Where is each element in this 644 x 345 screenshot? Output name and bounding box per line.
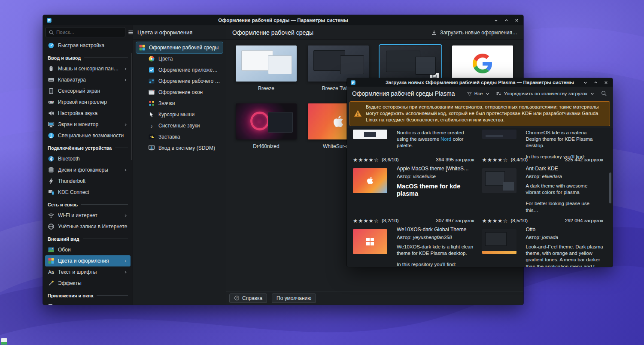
subnav-item[interactable]: Значки xyxy=(136,98,223,109)
maximize-button[interactable] xyxy=(503,17,510,24)
keyboard-icon xyxy=(48,76,55,83)
entry-description: Nordic is a dark theme created using the… xyxy=(397,130,474,149)
help-icon: ? xyxy=(234,295,240,301)
sidebar-item[interactable]: Aa Текст и шрифты xyxy=(45,266,131,278)
svg-text:?: ? xyxy=(236,297,238,300)
theme-entry[interactable]: Ant-Dark KDE Автор: eliverlara A dark th… xyxy=(482,166,604,227)
inline-link[interactable]: Nord xyxy=(440,136,451,142)
entry-description: Look-and-Feel theme. Dark plasma theme, … xyxy=(526,244,604,267)
theme-preview[interactable] xyxy=(236,45,297,82)
theme-preview[interactable] xyxy=(308,45,369,82)
subnav-header: Цвета и оформления xyxy=(133,25,226,40)
defaults-button[interactable]: По умолчанию xyxy=(272,294,316,303)
theme-card[interactable]: Breeze xyxy=(236,45,297,103)
subnav: Цвета и оформления Оформление рабочей ср… xyxy=(133,25,226,305)
sidebar-item[interactable]: Эффекты xyxy=(45,278,131,289)
subnav-item[interactable]: Цвета xyxy=(136,53,223,64)
sidebar-item[interactable]: Bluetooth xyxy=(45,153,131,164)
main-titlebar[interactable]: Оформление рабочей среды — Параметры сис… xyxy=(43,15,523,25)
theme-entry[interactable]: ChromeOS kde is a materia Design theme f… xyxy=(482,130,604,166)
entry-author: Автор: jomada xyxy=(526,234,604,241)
desktop: Оформление рабочей среды — Параметры сис… xyxy=(0,0,644,345)
apps-windows-icon xyxy=(48,303,55,305)
theme-preview[interactable] xyxy=(380,45,441,82)
sidebar-item[interactable]: Игровой контроллер xyxy=(45,97,131,108)
theme-preview[interactable] xyxy=(452,45,513,82)
sidebar-item[interactable]: Настройка звука xyxy=(45,108,131,119)
sidebar-item[interactable]: Thunderbolt xyxy=(45,176,131,187)
subnav-item[interactable]: Оформление окон xyxy=(136,87,223,98)
sidebar-item[interactable]: Обои xyxy=(45,244,131,255)
subnav-item[interactable]: Оформление рабочего сто… xyxy=(136,76,223,87)
dialog-close-button[interactable] xyxy=(603,79,609,86)
theme-entry[interactable]: Apple MacOS theme [WhiteS… Автор: vincel… xyxy=(353,166,474,227)
subnav-item[interactable]: Вход в систему (SDDM) xyxy=(136,142,223,154)
sidebar-section-header: Внешний вид xyxy=(45,233,131,244)
rating-stars: ★★★★☆ xyxy=(482,218,508,224)
subnav-item[interactable]: Оформление приложений xyxy=(136,64,223,76)
entry-author: Автор: vinceliuice xyxy=(397,173,474,180)
google-logo xyxy=(473,54,492,73)
theme-card[interactable]: Dr460nized xyxy=(236,103,297,161)
dialog-minimize-button[interactable] xyxy=(582,79,589,86)
sidebar-item[interactable]: Мышь и сенсорная панель xyxy=(45,63,131,74)
search-box[interactable] xyxy=(46,27,125,37)
mouse-icon xyxy=(48,65,55,72)
theme-entry[interactable]: Otto Автор: jomada Look-and-Feel theme. … xyxy=(482,227,604,267)
disks-icon xyxy=(48,166,55,173)
sidebar-item[interactable]: Специальные возможности xyxy=(45,130,131,141)
get-new-themes-button[interactable]: Загрузить новые оформления… xyxy=(431,30,517,36)
subnav-item[interactable]: Заставка xyxy=(136,131,223,142)
sidebar-item[interactable]: Диски и фотокамеры xyxy=(45,164,131,176)
close-button[interactable] xyxy=(513,17,520,24)
sidebar-item[interactable]: Учётные записи в Интернете xyxy=(45,221,131,232)
wallpaper-icon xyxy=(48,246,55,253)
scrollbar-handle[interactable] xyxy=(609,172,611,203)
sidebar: Быстрая настройка Ввод и вывод Мышь и се… xyxy=(43,25,133,305)
gamepad-icon xyxy=(48,99,55,106)
rating-stars: ★★★★☆ xyxy=(482,157,508,163)
subnav-item[interactable]: Курсоры мыши xyxy=(136,109,223,120)
sort-dropdown[interactable]: Упорядочить по количеству загрузок xyxy=(496,91,595,97)
sidebar-item[interactable]: Клавиатура xyxy=(45,74,131,85)
subnav-item[interactable]: Оформление рабочей среды xyxy=(136,42,223,53)
dialog-search-button[interactable] xyxy=(601,90,608,97)
sidebar-item[interactable] xyxy=(45,301,131,305)
entry-thumbnail xyxy=(482,229,516,254)
dialog-titlebar[interactable]: Загрузка новых Оформления рабочей среды … xyxy=(347,78,613,87)
entry-extra-text: In this repository you'll find: xyxy=(397,261,474,267)
dialog-scrollbar[interactable] xyxy=(609,110,612,265)
warning-banner: Будьте осторожны при использовании матер… xyxy=(349,101,610,126)
search-input[interactable] xyxy=(56,30,122,35)
menu-button[interactable] xyxy=(128,27,134,37)
sidebar-item[interactable]: Сенсорный экран xyxy=(45,85,131,97)
sidebar-item[interactable]: Цвета и оформления xyxy=(45,255,131,266)
theme-entry[interactable]: We10XOS-dark Global Theme Автор: yeyushe… xyxy=(353,227,474,267)
theme-entry-list: Nordic is a dark theme created using the… xyxy=(347,128,613,267)
entry-author: Автор: eliverlara xyxy=(526,173,604,180)
warning-text: Будьте осторожны при использовании матер… xyxy=(366,104,606,124)
effects-icon xyxy=(48,280,55,287)
sidebar-item[interactable]: Быстрая настройка xyxy=(45,40,131,51)
theme-entry[interactable]: Nordic is a dark theme created using the… xyxy=(353,130,474,166)
content-footer: ? Справка По умолчанию xyxy=(226,291,523,305)
subnav-list: Оформление рабочей среды Цвета Оформлени… xyxy=(133,40,226,156)
system-sounds-icon: ♪ xyxy=(148,122,155,129)
sidebar-item[interactable]: Экран и монитор xyxy=(45,119,131,130)
entry-title: Otto xyxy=(526,227,604,233)
desktop-file-icon[interactable] xyxy=(1,338,7,345)
sort-icon xyxy=(496,91,501,97)
sidebar-item[interactable]: Wi-Fi и интернет xyxy=(45,210,131,221)
theme-preview[interactable] xyxy=(236,103,297,139)
system-settings-app-icon xyxy=(46,18,52,23)
dialog-maximize-button[interactable] xyxy=(592,79,599,86)
minimize-button[interactable] xyxy=(493,17,499,24)
help-button[interactable]: ? Справка xyxy=(229,294,267,303)
entry-headline: MacOS theme for kde plasma xyxy=(397,183,474,198)
rating-score: (8,6/10) xyxy=(382,157,399,162)
sidebar-section-header: Подключённые устройства xyxy=(45,142,131,153)
sidebar-item[interactable]: KDE Connect xyxy=(45,187,131,198)
chevron-right-icon xyxy=(123,122,128,127)
filter-dropdown[interactable]: Все xyxy=(467,91,491,97)
subnav-item[interactable]: ♪ Системные звуки xyxy=(136,120,223,131)
